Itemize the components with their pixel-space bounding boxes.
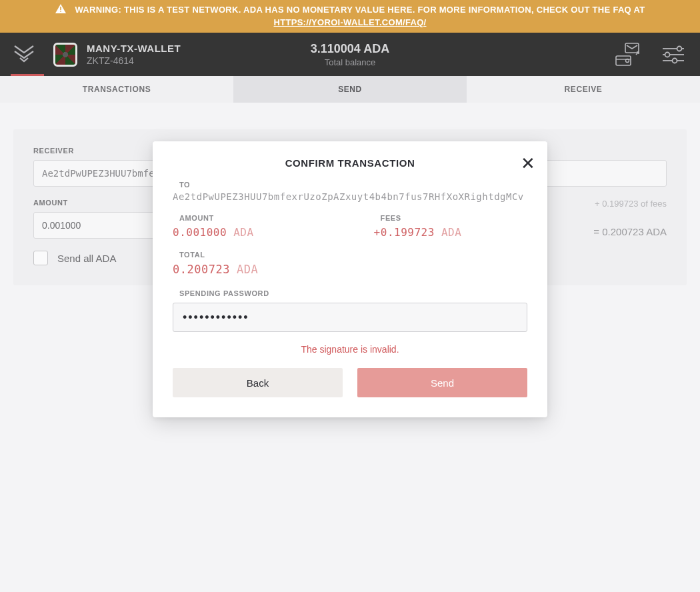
modal-amount-value: 0.001000: [173, 226, 227, 239]
error-message: The signature is invalid.: [173, 344, 527, 355]
modal-amount-currency: ADA: [233, 226, 253, 239]
modal-fees-currency: ADA: [441, 226, 461, 239]
close-icon[interactable]: ✕: [521, 155, 535, 172]
modal-fees-value: +0.199723: [374, 226, 435, 239]
modal-fees-label: FEES: [381, 214, 462, 222]
back-button[interactable]: Back: [173, 368, 343, 397]
to-address: Ae2tdPwUPEZ3HUU7bmfexrUzoZpAZxuyt4b4bn7f…: [173, 191, 527, 202]
modal-title: CONFIRM TRANSACTION: [173, 157, 527, 169]
modal-amount-label: AMOUNT: [179, 214, 254, 222]
modal-total-currency: ADA: [237, 263, 258, 276]
modal-total-value: 0.200723: [173, 263, 230, 276]
spending-password-label: SPENDING PASSWORD: [179, 289, 527, 297]
spending-password-input[interactable]: [173, 303, 527, 332]
to-label: TO: [179, 181, 527, 189]
modal-total-label: TOTAL: [179, 251, 527, 259]
confirm-transaction-modal: CONFIRM TRANSACTION ✕ TO Ae2tdPwUPEZ3HUU…: [153, 141, 547, 417]
send-button[interactable]: Send: [357, 368, 527, 397]
